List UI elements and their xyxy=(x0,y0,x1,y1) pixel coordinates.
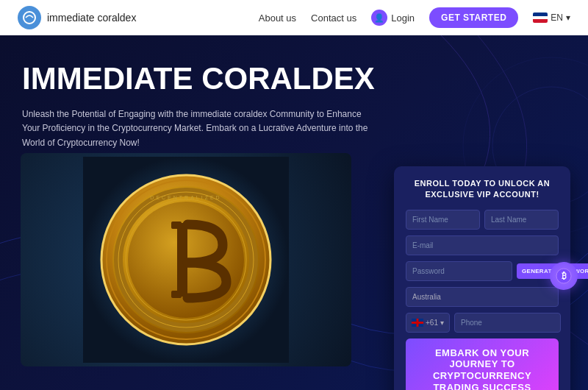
hero-section: IMMEDIATE CORALDEX Unleash the Potential… xyxy=(0,35,588,390)
logo-area: immediate coraldex xyxy=(18,6,136,29)
login-icon: 👤 xyxy=(371,10,387,26)
coin-image: DECENTRALIZED xyxy=(21,153,351,366)
svg-point-0 xyxy=(24,12,35,24)
svg-rect-18 xyxy=(417,319,419,327)
logo-text: immediate coraldex xyxy=(47,12,136,24)
password-input[interactable] xyxy=(406,261,512,281)
registration-form: ENROLL TODAY TO UNLOCK AN EXCLUSIVE VIP … xyxy=(394,166,570,390)
flag-icon xyxy=(533,13,548,23)
submit-button[interactable]: EMBARK ON YOUR JOURNEY TO CRYPTOCURRENCY… xyxy=(406,338,559,390)
phone-input[interactable] xyxy=(454,313,561,333)
form-title: ENROLL TODAY TO UNLOCK AN EXCLUSIVE VIP … xyxy=(406,178,559,201)
australia-flag xyxy=(412,319,423,327)
country-input[interactable] xyxy=(406,287,559,307)
last-name-input[interactable] xyxy=(484,210,559,230)
svg-rect-13 xyxy=(171,221,182,229)
svg-text:DECENTRALIZED: DECENTRALIZED xyxy=(150,195,221,200)
logo-icon xyxy=(18,6,41,29)
email-input[interactable] xyxy=(406,235,559,255)
phone-country-selector[interactable]: +61 ▾ xyxy=(406,313,450,333)
lang-label: EN xyxy=(551,13,563,23)
dropdown-arrow: ▾ xyxy=(440,319,444,327)
language-selector[interactable]: EN ▾ xyxy=(533,13,570,23)
svg-rect-14 xyxy=(171,291,182,298)
hero-title: IMMEDIATE CORALDEX xyxy=(22,62,375,96)
chevron-down-icon: ▾ xyxy=(566,13,570,23)
navbar: immediate coraldex About us Contact us 👤… xyxy=(0,0,588,35)
first-name-input[interactable] xyxy=(406,210,480,230)
svg-text:₿: ₿ xyxy=(562,271,567,281)
hero-subtitle: Unleash the Potential of Engaging with t… xyxy=(22,107,375,150)
login-button[interactable]: 👤 Login xyxy=(371,10,415,26)
password-row: GENERATE PASSWORDS xyxy=(406,261,559,281)
name-row xyxy=(406,210,559,230)
bitcoin-circle-decoration: ₿ xyxy=(550,262,578,290)
get-started-button[interactable]: GET STARTED xyxy=(429,7,518,28)
phone-code: +61 xyxy=(426,319,438,327)
login-label: Login xyxy=(391,13,415,24)
phone-row: +61 ▾ xyxy=(406,313,559,333)
nav-links: About us Contact us 👤 Login GET STARTED … xyxy=(259,7,570,28)
about-us-link[interactable]: About us xyxy=(259,13,296,24)
contact-us-link[interactable]: Contact us xyxy=(311,13,356,24)
